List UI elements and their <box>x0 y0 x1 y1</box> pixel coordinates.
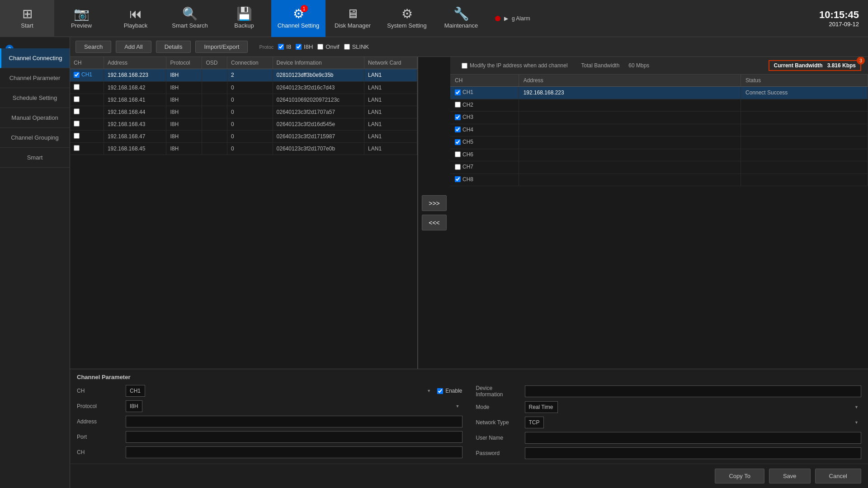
nav-playback[interactable]: ⏮ Playback <box>108 0 163 37</box>
ch2-label: CH <box>77 449 122 455</box>
left-table-row[interactable]: 192.168.168.45 I8H 0 02640123c3f2d1707e0… <box>70 142 417 155</box>
left-cell-address: 192.168.168.43 <box>104 118 166 130</box>
sidebar-item-smart[interactable]: Smart <box>0 148 70 168</box>
right-cell-ch: CH2 <box>450 99 519 112</box>
password-input[interactable] <box>525 447 862 459</box>
right-table-row[interactable]: CH8 <box>450 174 868 186</box>
nav-start-label: Start <box>21 22 33 29</box>
left-cell-device-info: 02810123dff3b0e9c35b <box>273 69 364 82</box>
right-table-row[interactable]: CH2 <box>450 99 868 112</box>
left-cell-protocol: I8H <box>166 118 202 130</box>
nav-maintenance[interactable]: 🔧 Maintenance <box>434 0 488 37</box>
ch-select-wrapper: CH1 <box>126 385 434 397</box>
mode-select[interactable]: Real Time <box>525 401 558 413</box>
right-cell-address <box>519 99 741 112</box>
left-table-scroll[interactable]: CH Address Protocol OSD Connection Devic… <box>70 57 417 369</box>
right-row-checkbox[interactable] <box>455 151 461 157</box>
onvif-checkbox[interactable] <box>317 44 323 50</box>
device-info-input[interactable]: 02810123dff3b0e9c35b <box>525 385 862 397</box>
right-table-row[interactable]: CH6 <box>450 149 868 161</box>
nav-channel-setting[interactable]: ⚙ 1 Channel Setting <box>271 0 326 37</box>
left-table-row[interactable]: 192.168.168.41 I8H 0 0264101069202097212… <box>70 94 417 106</box>
left-cell-address: 192.168.168.44 <box>104 106 166 118</box>
ch-param-row: CH CH1 Enable <box>77 385 462 397</box>
left-table-row[interactable]: CH1 192.168.168.223 I8H 2 02810123dff3b0… <box>70 69 417 82</box>
left-cell-network-card: LAN1 <box>364 94 417 106</box>
network-type-select[interactable]: TCP <box>525 417 544 428</box>
right-row-checkbox[interactable] <box>455 139 461 145</box>
backward-arrow-button[interactable]: <<< <box>422 215 447 230</box>
ch2-input[interactable] <box>126 446 462 458</box>
port-input[interactable]: 80 <box>126 431 462 443</box>
nav-start[interactable]: ⊞ Start <box>0 0 54 37</box>
left-row-checkbox[interactable] <box>74 108 80 114</box>
i8h-checkbox[interactable] <box>278 44 284 50</box>
right-table-row[interactable]: CH5 <box>450 136 868 149</box>
left-row-checkbox[interactable] <box>74 96 80 102</box>
right-row-checkbox[interactable] <box>455 176 461 182</box>
right-table-row[interactable]: CH7 <box>450 161 868 174</box>
import-export-button[interactable]: Import/Export <box>195 41 248 53</box>
split-panel: CH Address Protocol OSD Connection Devic… <box>70 57 868 369</box>
username-label: User Name <box>476 435 521 441</box>
right-row-checkbox[interactable] <box>455 127 461 132</box>
search-button[interactable]: Search <box>75 41 111 53</box>
right-table-row[interactable]: CH1 192.168.168.223 Connect Success <box>450 87 868 99</box>
save-button[interactable]: Save <box>769 469 811 483</box>
left-row-checkbox[interactable] <box>74 121 80 127</box>
channel-param-title: Channel Parameter <box>77 374 861 380</box>
current-bandwidth-label: Current Bandwidth <box>774 62 823 69</box>
right-row-checkbox[interactable] <box>455 114 461 120</box>
left-row-checkbox[interactable] <box>74 84 80 90</box>
sidebar-item-channel-connecting[interactable]: Channel Connecting <box>0 48 70 68</box>
sidebar-item-manual-operation[interactable]: Manual Operation <box>0 108 70 128</box>
nav-disk-manager[interactable]: 🖥 Disk Manager <box>326 0 380 37</box>
slink-checkbox[interactable] <box>344 44 350 50</box>
enable-checkbox[interactable] <box>437 388 443 394</box>
protocol-select[interactable]: I8H <box>126 400 142 412</box>
right-table-row[interactable]: CH3 <box>450 112 868 124</box>
nav-preview[interactable]: 📷 Preview <box>54 0 108 37</box>
modify-ip-checkbox[interactable] <box>462 63 467 69</box>
right-row-checkbox[interactable] <box>455 89 461 95</box>
i8h2-checkbox[interactable] <box>296 44 302 50</box>
nav-preview-label: Preview <box>71 22 92 29</box>
add-all-button[interactable]: Add All <box>116 41 151 53</box>
left-cell-network-card: LAN1 <box>364 142 417 155</box>
sidebar-item-channel-grouping[interactable]: Channel Grouping <box>0 128 70 148</box>
password-param-row: Password <box>476 447 862 459</box>
left-row-checkbox[interactable] <box>74 145 80 151</box>
right-table-row[interactable]: CH4 <box>450 124 868 136</box>
ch-select[interactable]: CH1 <box>126 385 145 397</box>
col-osd: OSD <box>202 57 227 69</box>
cancel-button[interactable]: Cancel <box>815 469 861 483</box>
left-table-row[interactable]: 192.168.168.47 I8H 0 02640123c3f2d171598… <box>70 130 417 142</box>
sidebar-item-schedule-setting[interactable]: Schedule Setting <box>0 88 70 108</box>
left-cell-connection: 0 <box>227 81 273 94</box>
right-row-checkbox[interactable] <box>455 164 461 170</box>
sidebar-item-channel-parameter[interactable]: Channel Parameter <box>0 68 70 88</box>
device-info-param-row: Device Information 02810123dff3b0e9c35b <box>476 385 862 398</box>
left-row-checkbox[interactable] <box>74 72 80 78</box>
nav-smart-search[interactable]: 🔍 Smart Search <box>163 0 217 37</box>
nav-system-setting[interactable]: ⚙ System Setting <box>380 0 434 37</box>
left-row-checkbox[interactable] <box>74 133 80 139</box>
copy-to-button[interactable]: Copy To <box>715 469 764 483</box>
details-button[interactable]: Details <box>156 41 191 53</box>
left-cell-ch <box>70 94 104 106</box>
channel-setting-badge-container: ⚙ 1 <box>293 8 304 20</box>
left-table-row[interactable]: 192.168.168.44 I8H 0 02640123c3f2d1707a5… <box>70 106 417 118</box>
sidebar-manual-operation-label: Manual Operation <box>11 114 58 121</box>
right-cell-status <box>741 112 868 124</box>
left-table-row[interactable]: 192.168.168.43 I8H 0 02640123c3f2d16d545… <box>70 118 417 130</box>
nav-backup[interactable]: 💾 Backup <box>217 0 271 37</box>
username-input[interactable]: admin <box>525 432 862 444</box>
left-table-row[interactable]: 192.168.168.42 I8H 0 02640123c3f2d16c7d4… <box>70 81 417 94</box>
nav-disk-manager-label: Disk Manager <box>335 22 371 29</box>
right-table-header-row: CH Address Status <box>450 75 868 87</box>
address-input[interactable]: 192.168.168.223 <box>126 416 462 427</box>
right-table-scroll[interactable]: CH Address Status CH1 192.168.168.223 Co… <box>450 75 868 369</box>
right-row-checkbox[interactable] <box>455 102 461 108</box>
device-info-label: Device Information <box>476 385 521 398</box>
forward-arrow-button[interactable]: >>> <box>422 195 447 211</box>
